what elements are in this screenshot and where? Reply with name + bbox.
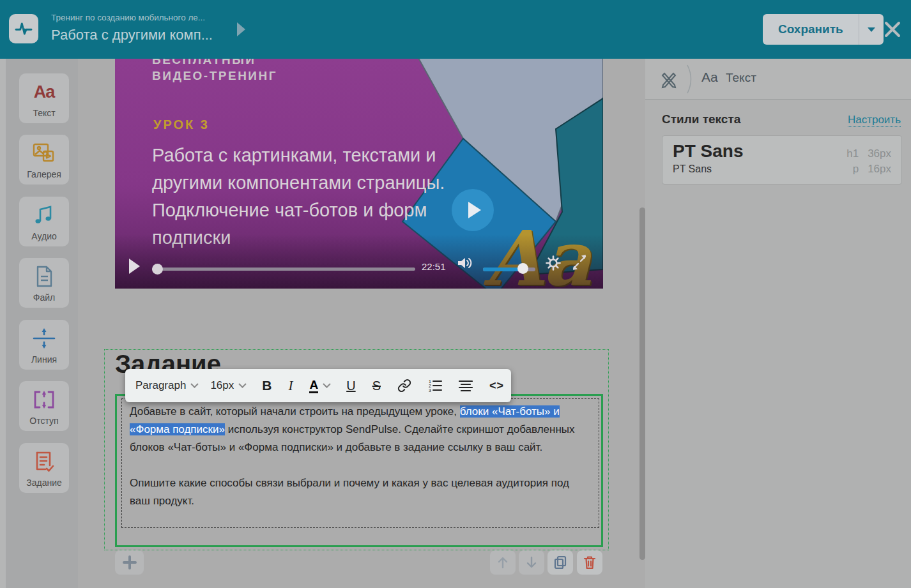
sidebar-item-spacing[interactable]: Отступ (19, 381, 69, 431)
video-player[interactable]: БЕСПЛАТНЫЙ ВИДЕО-ТРЕНИНГ УРОК 3 Работа с… (115, 59, 603, 289)
chevron-down-icon (238, 383, 247, 388)
gallery-icon (32, 142, 56, 165)
sidebar-item-label: Галерея (27, 169, 61, 179)
ordered-list-button[interactable]: 123 (428, 379, 442, 392)
arrow-down-icon (526, 556, 537, 569)
bold-button[interactable]: B (262, 378, 272, 393)
progress-knob[interactable] (152, 264, 163, 275)
chevron-down-icon (190, 383, 199, 388)
volume-icon[interactable] (456, 255, 473, 271)
h1-tag-label: h1 (846, 147, 859, 160)
font-styles-card[interactable]: PT Sans h1 36px PT Sans p 16px (662, 135, 902, 185)
text-tab-glyph: Aa (701, 70, 718, 85)
trash-icon (583, 555, 596, 569)
thumbnail-lesson-label: УРОК 3 (153, 117, 210, 132)
assignment-icon (33, 450, 56, 473)
code-button[interactable]: <> (489, 379, 504, 393)
sidebar-scroll-track (0, 59, 6, 588)
p-font-name: PT Sans (673, 162, 712, 177)
sidebar-item-audio[interactable]: Аудио (19, 197, 69, 246)
delete-block-button[interactable] (577, 550, 602, 575)
duration-label: 22:51 (422, 261, 446, 272)
sidebar-item-label: Файл (33, 292, 55, 303)
volume-slider-fill (483, 268, 523, 271)
thumbnail-free-label: БЕСПЛАТНЫЙ ВИДЕО-ТРЕНИНГ (152, 59, 277, 84)
page-title: Работа с другими комп... (51, 27, 213, 43)
settings-panel: Aa Текст Стили текста Настроить PT Sans … (645, 59, 911, 588)
caret-down-icon (868, 27, 875, 32)
sidebar-item-assignment[interactable]: Задание (19, 443, 69, 493)
strikethrough-button[interactable]: S (372, 379, 381, 393)
sidebar-item-line[interactable]: Линия (19, 320, 69, 370)
svg-text:3: 3 (429, 388, 431, 393)
next-arrow-icon[interactable] (237, 22, 245, 36)
breadcrumb-separator (686, 64, 695, 94)
save-button[interactable]: Сохранить (763, 14, 859, 45)
main-scrollbar-thumb[interactable] (639, 207, 645, 560)
arrow-up-icon (497, 556, 509, 569)
save-button-group: Сохранить (763, 14, 884, 45)
pulse-icon (13, 19, 34, 39)
text-icon: Aa (34, 82, 55, 102)
audio-icon (33, 204, 56, 226)
paragraph-style-select[interactable]: Paragraph (135, 379, 199, 392)
text-styles-heading: Стили текста (662, 112, 740, 126)
add-block-button[interactable] (115, 550, 144, 575)
text-color-button[interactable]: A (309, 379, 331, 393)
h1-size-label: 36px (868, 147, 891, 160)
copy-icon (554, 555, 567, 569)
move-down-button[interactable] (519, 550, 544, 575)
underline-button[interactable]: U (346, 379, 355, 393)
h1-font-name: PT Sans (673, 141, 743, 162)
p-size-label: 16px (868, 163, 891, 176)
sidebar-item-label: Аудио (31, 231, 57, 241)
play-button[interactable] (129, 259, 140, 274)
settings-gear-icon[interactable] (546, 255, 561, 271)
settings-panel-header: Aa Текст (645, 59, 911, 100)
duplicate-block-button[interactable] (547, 550, 573, 575)
close-button[interactable] (883, 20, 902, 39)
ordered-list-icon: 123 (428, 379, 442, 392)
sidebar-item-label: Текст (33, 108, 55, 118)
sidebar-item-file[interactable]: Файл (19, 258, 69, 308)
italic-button[interactable]: I (288, 378, 293, 394)
sidebar-item-label: Линия (31, 354, 57, 365)
file-icon (34, 265, 54, 288)
paragraph-1-pre: Добавьте в сайт, который начали строить … (130, 405, 460, 418)
text-format-toolbar: Paragraph 16px B I A U S 123 <> (125, 369, 511, 402)
sidebar-item-text[interactable]: Aa Текст (19, 73, 69, 123)
paragraph-2: Опишите какие способы связи выбрали и по… (130, 474, 591, 510)
svg-text:2: 2 (429, 384, 431, 388)
plus-icon (123, 555, 137, 569)
play-icon (468, 202, 481, 218)
breadcrumb-course[interactable]: Тренинг по созданию мобильного ле... (51, 13, 205, 22)
controls-gradient (115, 234, 603, 289)
p-tag-label: p (853, 163, 859, 176)
move-up-button[interactable] (490, 550, 516, 575)
configure-link[interactable]: Настроить (848, 114, 901, 127)
panel-title: Текст (726, 71, 756, 85)
fullscreen-icon[interactable] (571, 254, 588, 271)
paragraph-spacer (130, 456, 591, 474)
tools-sidebar: Aa Текст Галерея Аудио Файл (0, 59, 78, 588)
big-play-button[interactable] (452, 189, 494, 231)
app-logo[interactable] (9, 14, 38, 43)
volume-slider-knob[interactable] (517, 263, 528, 274)
save-dropdown-button[interactable] (859, 14, 884, 45)
sidebar-item-label: Задание (26, 478, 62, 488)
rich-text-editor[interactable]: Добавьте в сайт, который начали строить … (121, 398, 599, 528)
sidebar-item-gallery[interactable]: Галерея (19, 135, 69, 185)
chevron-down-icon (323, 383, 331, 388)
align-button[interactable] (459, 380, 473, 391)
top-bar: Тренинг по созданию мобильного ле... Раб… (0, 0, 911, 59)
align-center-icon (459, 380, 473, 391)
line-icon (31, 327, 57, 350)
edit-tools-icon[interactable] (659, 70, 678, 89)
task-text-block[interactable]: Добавьте в сайт, который начали строить … (115, 394, 603, 547)
sidebar-item-label: Отступ (29, 416, 58, 426)
font-size-select[interactable]: 16px (210, 379, 247, 392)
spacing-icon (32, 388, 56, 411)
link-button[interactable] (397, 379, 411, 393)
progress-bar[interactable] (152, 268, 415, 271)
link-icon (397, 379, 411, 393)
